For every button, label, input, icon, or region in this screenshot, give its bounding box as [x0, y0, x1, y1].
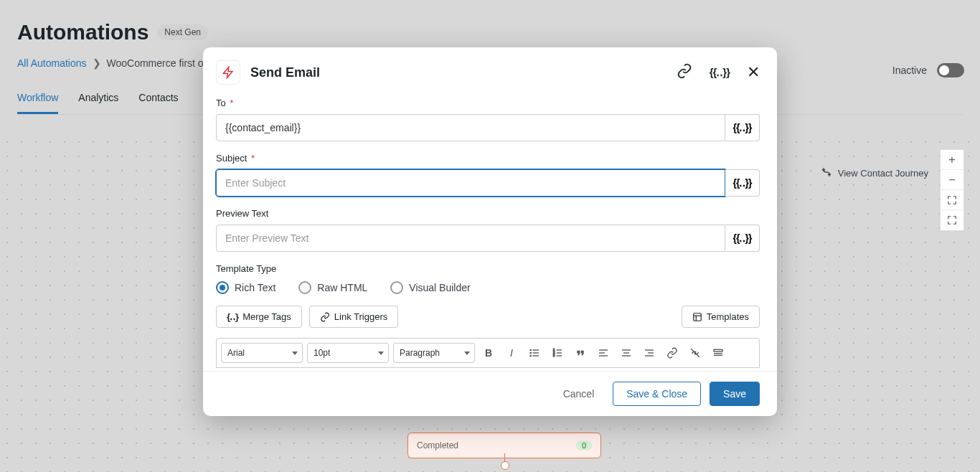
radio-rich-text[interactable]: Rich Text — [216, 281, 275, 294]
template-type-label: Template Type — [216, 263, 760, 274]
preview-input[interactable] — [216, 225, 725, 252]
merge-tags-button[interactable]: {‥} Merge Tags — [216, 306, 302, 328]
bullet-list-button[interactable] — [525, 344, 544, 362]
svg-point-8 — [530, 355, 531, 356]
italic-button[interactable]: I — [502, 344, 521, 362]
to-merge-button[interactable]: {{‥}} — [725, 114, 760, 141]
preview-merge-button[interactable]: {{‥}} — [725, 225, 760, 252]
subject-input[interactable] — [216, 169, 725, 197]
editor-toolbar: Arial 10pt Paragraph B I 123 — [216, 338, 760, 368]
radio-visual-builder-label: Visual Builder — [409, 282, 470, 293]
radio-rich-text-label: Rich Text — [235, 282, 275, 293]
align-left-button[interactable] — [594, 344, 613, 362]
subject-label: Subject * — [216, 153, 760, 164]
to-input[interactable] — [216, 114, 725, 141]
subject-merge-button[interactable]: {{‥}} — [725, 169, 760, 197]
to-label: To * — [216, 98, 760, 108]
modal-overlay: Send Email {{‥}} ✕ To * {{‥}} — [0, 0, 980, 472]
radio-raw-html-label: Raw HTML — [317, 282, 367, 293]
svg-text:3: 3 — [553, 354, 555, 357]
templates-icon — [692, 312, 702, 322]
templates-button[interactable]: Templates — [682, 306, 760, 328]
preview-label: Preview Text — [216, 208, 760, 219]
link-icon[interactable] — [677, 63, 692, 82]
svg-rect-0 — [694, 313, 702, 321]
action-bolt-icon — [216, 60, 240, 85]
svg-point-7 — [530, 352, 531, 353]
size-select[interactable]: 10pt — [307, 343, 389, 363]
svg-point-6 — [530, 349, 531, 350]
save-close-button[interactable]: Save & Close — [613, 382, 701, 406]
svg-rect-24 — [714, 349, 722, 351]
send-email-modal: Send Email {{‥}} ✕ To * {{‥}} — [203, 47, 777, 416]
link-triggers-button[interactable]: Link Triggers — [309, 306, 398, 328]
link-triggers-icon — [320, 312, 330, 322]
radio-raw-html[interactable]: Raw HTML — [298, 281, 367, 294]
merge-tag-icon[interactable]: {{‥}} — [710, 66, 730, 79]
save-button[interactable]: Save — [710, 382, 760, 406]
modal-title: Send Email — [250, 65, 320, 80]
quote-button[interactable] — [571, 344, 590, 362]
align-right-button[interactable] — [640, 344, 659, 362]
align-center-button[interactable] — [617, 344, 636, 362]
unlink-button[interactable] — [686, 344, 705, 362]
radio-visual-builder[interactable]: Visual Builder — [390, 281, 470, 294]
format-select[interactable]: Paragraph — [393, 343, 475, 363]
cancel-button[interactable]: Cancel — [553, 382, 605, 406]
more-format-button[interactable] — [709, 344, 727, 362]
font-select[interactable]: Arial — [221, 343, 303, 363]
insert-link-button[interactable] — [663, 344, 682, 362]
close-icon[interactable]: ✕ — [747, 63, 760, 82]
merge-tags-icon: {‥} — [227, 311, 238, 322]
bold-button[interactable]: B — [479, 344, 498, 362]
number-list-button[interactable]: 123 — [548, 344, 567, 362]
